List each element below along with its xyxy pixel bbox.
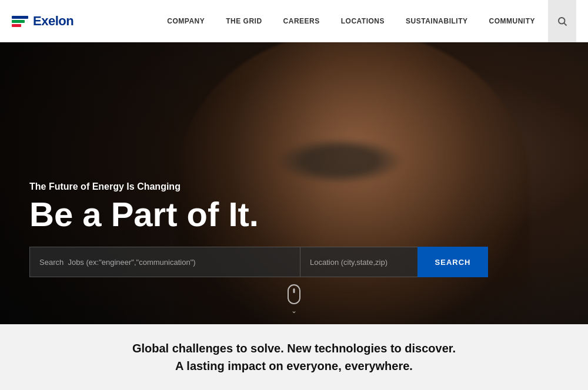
nav-search-button[interactable]	[548, 0, 576, 42]
nav-item-the-grid: THE GRID	[215, 0, 272, 42]
nav-item-community: COMMUNITY	[479, 0, 546, 42]
nav-link-the-grid[interactable]: THE GRID	[215, 0, 272, 42]
svg-point-0	[559, 18, 565, 24]
bottom-section: Global challenges to solve. New technolo…	[0, 324, 588, 390]
bottom-line-1: Global challenges to solve. New technolo…	[132, 339, 456, 357]
nav-link-community[interactable]: COMMUNITY	[479, 0, 546, 42]
nav-link-careers[interactable]: CAREERS	[273, 0, 330, 42]
nav-link-company[interactable]: COMPANY	[156, 0, 215, 42]
search-location-input[interactable]	[300, 247, 417, 277]
scroll-chevron-icon: ⌄	[291, 307, 297, 315]
nav-item-locations: LOCATIONS	[330, 0, 395, 42]
logo-text: Exelon	[33, 14, 74, 29]
nav-item-company: COMPANY	[156, 0, 215, 42]
navbar: Exelon COMPANY THE GRID CAREERS LOCATION…	[0, 0, 588, 42]
scroll-mouse-icon	[288, 284, 300, 304]
hero-subtitle: The Future of Energy Is Changing	[29, 181, 488, 192]
scroll-indicator: ⌄	[288, 284, 300, 315]
nav-item-careers: CAREERS	[273, 0, 330, 42]
search-icon	[557, 16, 567, 26]
search-button[interactable]: SEARCH	[417, 247, 488, 277]
job-search-bar: SEARCH	[29, 247, 488, 277]
hero-section: The Future of Energy Is Changing Be a Pa…	[0, 42, 588, 324]
nav-link-sustainability[interactable]: SUSTAINABILITY	[395, 0, 478, 42]
nav-links: COMPANY THE GRID CAREERS LOCATIONS SUSTA…	[156, 0, 546, 42]
hero-title: Be a Part of It.	[29, 197, 488, 233]
hero-content: The Future of Energy Is Changing Be a Pa…	[29, 181, 488, 277]
nav-link-locations[interactable]: LOCATIONS	[330, 0, 395, 42]
svg-line-1	[564, 23, 566, 25]
search-jobs-input[interactable]	[29, 247, 300, 277]
logo-flag	[12, 16, 28, 27]
bottom-line-2: A lasting impact on everyone, everywhere…	[132, 357, 456, 375]
logo-link[interactable]: Exelon	[12, 14, 74, 29]
nav-item-sustainability: SUSTAINABILITY	[395, 0, 478, 42]
bottom-text: Global challenges to solve. New technolo…	[132, 339, 456, 375]
